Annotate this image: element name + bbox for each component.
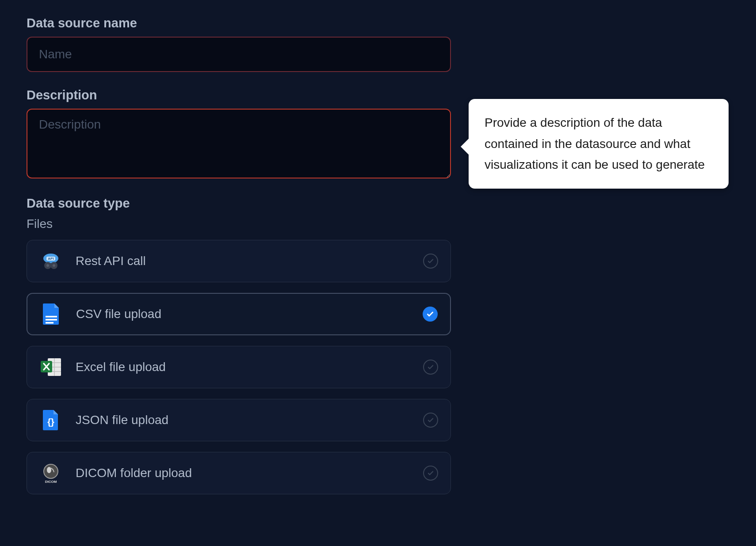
svg-text:DICOM: DICOM <box>45 480 57 484</box>
dicom-folder-icon: DICOM <box>39 462 62 485</box>
option-rest-api[interactable]: API Rest API call <box>27 240 451 282</box>
option-json[interactable]: {} JSON file upload <box>27 399 451 441</box>
description-textarea[interactable] <box>27 109 451 178</box>
name-label: Data source name <box>27 16 451 30</box>
option-label: Excel file upload <box>76 360 423 374</box>
option-label: DICOM folder upload <box>76 466 423 480</box>
svg-rect-9 <box>46 322 53 324</box>
option-excel[interactable]: Excel file upload <box>27 346 451 388</box>
description-tooltip: Provide a description of the data contai… <box>469 99 729 189</box>
svg-text:{}: {} <box>47 417 54 427</box>
csv-file-icon <box>40 303 63 326</box>
radio-unchecked-icon <box>423 360 438 375</box>
excel-file-icon <box>39 356 62 379</box>
name-input[interactable] <box>27 37 451 72</box>
svg-rect-8 <box>46 319 57 321</box>
type-label: Data source type <box>27 196 451 211</box>
description-label: Description <box>27 88 451 102</box>
radio-unchecked-icon <box>423 413 438 428</box>
svg-rect-7 <box>46 316 57 318</box>
option-label: CSV file upload <box>76 307 423 321</box>
files-sublabel: Files <box>27 217 451 231</box>
option-dicom[interactable]: DICOM DICOM folder upload <box>27 452 451 494</box>
svg-point-6 <box>53 264 55 267</box>
svg-point-5 <box>46 264 49 267</box>
radio-checked-icon <box>423 307 438 322</box>
radio-unchecked-icon <box>423 466 438 481</box>
tooltip-text: Provide a description of the data contai… <box>485 116 705 171</box>
radio-unchecked-icon <box>423 254 438 269</box>
json-file-icon: {} <box>39 409 62 432</box>
api-icon: API <box>39 250 62 273</box>
option-csv[interactable]: CSV file upload <box>27 293 451 335</box>
option-label: Rest API call <box>76 254 423 268</box>
svg-text:API: API <box>48 257 53 261</box>
option-label: JSON file upload <box>76 413 423 427</box>
